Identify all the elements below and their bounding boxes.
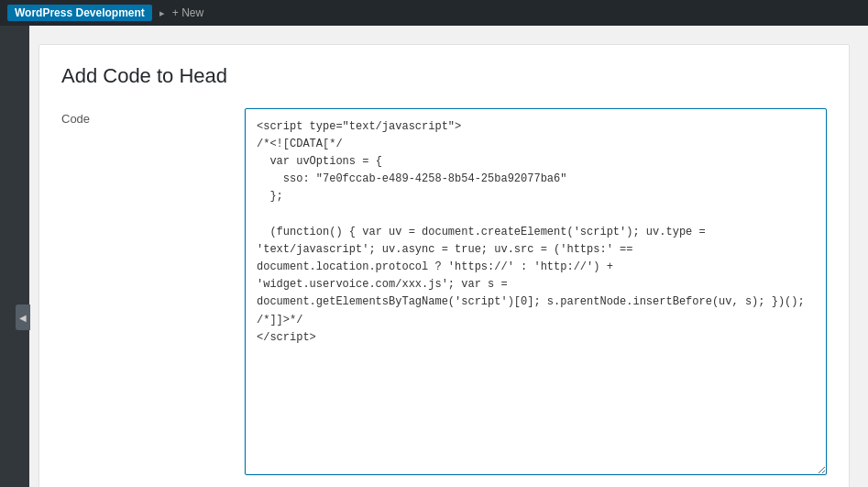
breadcrumb-arrow: ▸ — [159, 7, 165, 19]
page-title: Add Code to Head — [61, 63, 827, 90]
code-textarea[interactable]: <script type="text/javascript"> /*<![CDA… — [245, 108, 827, 475]
top-bar: WordPress Development ▸ + New — [0, 0, 868, 26]
code-form-row: Code <script type="text/javascript"> /*<… — [61, 108, 827, 478]
code-field: <script type="text/javascript"> /*<![CDA… — [245, 108, 827, 478]
new-link[interactable]: + New — [172, 6, 203, 19]
code-label: Code — [61, 108, 245, 126]
main-layout: ◀ Add Code to Head Code <script type="te… — [0, 26, 868, 487]
page-wrap: Add Code to Head Code <script type="text… — [38, 44, 850, 487]
content-area: Add Code to Head Code <script type="text… — [29, 26, 868, 487]
sidebar-collapse-arrow[interactable]: ◀ — [16, 304, 30, 330]
sidebar: ◀ — [0, 26, 29, 487]
brand-label: WordPress Development — [7, 5, 152, 21]
